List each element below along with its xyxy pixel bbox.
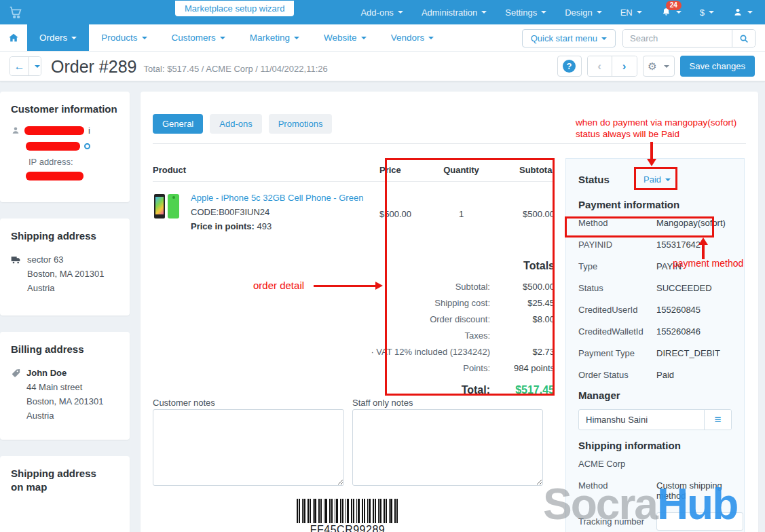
nav-item-marketing[interactable]: Marketing [238,24,312,51]
nav-item-products[interactable]: Products [89,24,159,51]
payment-row-value: DIRECT_DEBIT [656,348,720,358]
page-header: ← Order #289 Total: $517.45 / ACME Corp … [0,52,765,81]
header-actions: ? ‹ › ⚙ Save changes [557,56,755,77]
total-line-vat: · VAT 12% included (1234242)$2.73 [153,347,555,357]
nav-item-vendors[interactable]: Vendors [379,24,447,51]
order-pager: ‹ › [587,56,637,77]
status-dropdown[interactable]: Paid [643,174,671,185]
gear-icon: ⚙ [648,60,656,73]
tracking-number-input[interactable] [656,512,743,531]
menu-settings[interactable]: Settings [505,7,546,18]
product-link[interactable]: Apple - iPhone 5c 32GB Cell Phone - Gree… [191,193,363,203]
next-order-button[interactable]: › [612,56,637,76]
payment-row-status: StatusSUCCEEDED [578,277,732,299]
menu-settings-label: Settings [505,7,537,18]
dollar-icon: $ [700,7,705,18]
back-button-group: ← [10,56,41,76]
previous-order-button[interactable]: ‹ [588,56,612,76]
grand-total-label: Total: [462,384,490,396]
menu-design[interactable]: Design [565,7,601,18]
nav-item-orders[interactable]: Orders [27,24,89,51]
shipping-address-title: Shipping address [11,229,119,243]
shipping-vendor-row: ACME Corp [578,453,732,474]
customer-notes-textarea[interactable] [153,409,344,486]
product-code: CODE:B00F3IUN24 [191,207,363,217]
chevron-down-icon [142,37,147,39]
chevron-down-icon [709,11,714,14]
search-button[interactable] [732,30,755,47]
payment-row-value: Paid [656,370,674,380]
home-button[interactable] [0,24,27,51]
notification-badge: 24 [666,1,682,10]
save-changes-button[interactable]: Save changes [680,56,755,77]
points-value: 493 [257,221,272,231]
menu-administration-label: Administration [422,7,477,18]
nav-item-customers[interactable]: Customers [160,24,238,51]
settings-dropdown-button[interactable]: ⚙ [643,56,675,77]
barcode-text: FF45CR99289 [283,524,412,532]
currency-menu[interactable]: $ [700,7,714,18]
nav-marketing-label: Marketing [250,33,290,43]
language-selector[interactable]: EN [620,7,642,18]
person-icon [11,126,20,135]
total-line-discount: Order discount:$8.00 [153,314,555,324]
notifications-menu[interactable]: 24 [660,7,682,18]
back-button[interactable]: ← [10,57,29,75]
chevron-down-icon [541,11,546,14]
tabs-divider [153,143,746,144]
hamburger-icon: ≡ [715,413,722,426]
order-items-table: Product Price Quantity Subtotal Apple - … [153,158,555,402]
tab-addons[interactable]: Add-ons [210,114,261,134]
billing-address-card: Billing address John Doe 44 Main street … [0,332,130,440]
payment-row-value: 155260846 [656,326,701,337]
staff-notes-textarea[interactable] [352,409,543,486]
storefront-cart-icon[interactable] [8,5,23,20]
status-label: Status [578,174,643,185]
shipping-method-label: Method [578,480,656,501]
manager-list-button[interactable]: ≡ [704,410,731,430]
total-label: Subtotal: [455,282,490,292]
redacted-ip-address [26,172,83,180]
redacted-customer-name [24,126,84,135]
marketplace-setup-wizard-button[interactable]: Marketplace setup wizard [175,1,294,16]
user-menu[interactable] [732,7,753,18]
total-label: Points: [463,363,490,373]
menu-addons[interactable]: Add-ons [360,7,403,18]
table-header-row: Product Price Quantity Subtotal [153,158,555,182]
shipping-address-line: Boston, MA 201301 [27,267,104,281]
payment-row-label: Status [578,283,656,293]
chevron-down-icon [664,65,669,68]
nav-website-label: Website [324,33,357,43]
tab-promotions[interactable]: Promotions [269,114,333,134]
search-input[interactable] [623,30,732,47]
chevron-down-icon [665,178,671,181]
annotation-arrow-right [314,285,376,287]
truck-icon [11,255,22,265]
tag-icon [11,368,21,378]
nav-item-website[interactable]: Website [312,24,379,51]
nav-vendors-label: Vendors [391,33,425,43]
shipping-address-card: Shipping address sector 63 Boston, MA 20… [0,218,130,316]
shipping-method-row: MethodCustom shipping method [578,474,732,506]
manager-select-value[interactable]: Himanshu Saini [579,410,704,430]
payment-row-label: CreditedUserId [578,305,656,315]
main-nav: Orders Products Customers Marketing Webs… [0,24,765,52]
back-dropdown-button[interactable] [29,57,41,75]
chevron-down-icon [71,37,77,39]
shipping-map-card: Shipping address on map [0,456,130,532]
quick-start-menu-button[interactable]: Quick start menu [522,29,616,48]
column-quantity: Quantity [432,165,490,175]
payment-row-value: SUCCEEDED [656,283,712,293]
staff-notes-label: Staff only notes [352,398,413,408]
order-tabs: General Add-ons Promotions [153,114,332,134]
order-totals: Totals Subtotal:$500.00 Shipping cost:$2… [153,260,555,396]
billing-address-line: Austria [26,408,103,423]
total-label: Shipping cost: [434,298,490,308]
help-button[interactable]: ? [557,56,582,77]
chevron-down-icon [637,11,642,14]
tab-general[interactable]: General [153,114,203,134]
shipping-method-value: Custom shipping method [656,480,732,501]
payment-row-method: MethodMangopay(sofort) [578,212,732,233]
menu-administration[interactable]: Administration [422,7,487,18]
profile-link-icon[interactable] [84,143,90,149]
